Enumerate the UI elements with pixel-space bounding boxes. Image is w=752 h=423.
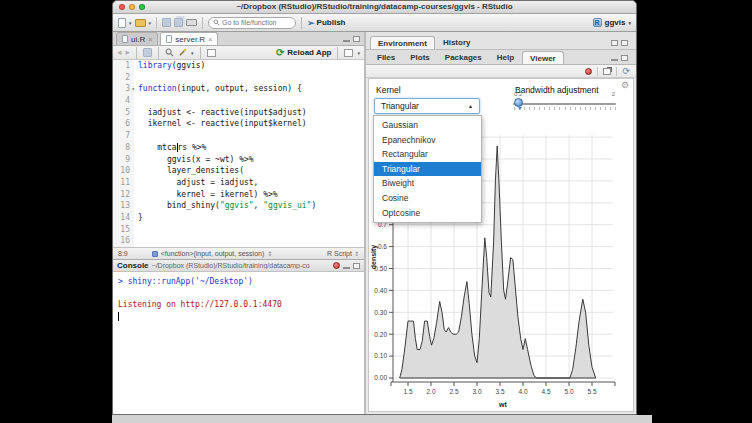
maximize-pane-icon[interactable]: [353, 263, 360, 269]
slider-handle[interactable]: [514, 98, 523, 107]
maximize-pane-icon[interactable]: [621, 55, 628, 61]
open-in-new-window-icon[interactable]: [603, 68, 611, 75]
environment-pane: EnvironmentHistory: [366, 32, 636, 50]
code-line: 11 adjust = iadjust,: [113, 177, 364, 189]
zoom-window-icon[interactable]: [139, 4, 145, 10]
refresh-icon[interactable]: ⟳: [622, 67, 630, 76]
close-tab-icon[interactable]: ×: [208, 36, 212, 43]
goto-file-input[interactable]: [222, 19, 288, 26]
kernel-option-optcosine[interactable]: Optcosine: [374, 206, 481, 221]
maximize-pane-icon[interactable]: [353, 36, 360, 42]
save-icon[interactable]: [143, 48, 152, 57]
code-line: 8 mtcars %>%: [113, 142, 364, 154]
line-number: 15: [113, 224, 134, 236]
print-icon[interactable]: [186, 19, 197, 26]
code-text: adjust = iadjust,: [134, 177, 258, 189]
minimize-pane-icon[interactable]: [611, 59, 618, 61]
kernel-select[interactable]: Triangular ▲: [374, 98, 480, 114]
slider-tick: [549, 107, 550, 110]
reload-app-button[interactable]: ⟳ Reload App: [276, 48, 332, 57]
minimize-pane-icon[interactable]: [343, 40, 350, 42]
tab-packages[interactable]: Packages: [438, 51, 489, 64]
editor-tab-ui.R[interactable]: ui.R×: [116, 32, 158, 45]
save-icon[interactable]: [162, 18, 171, 27]
kernel-option-cosine[interactable]: Cosine: [374, 191, 481, 206]
code-text: bind_shiny("ggvis", "ggvis_ui"): [134, 200, 316, 212]
kernel-option-biweight[interactable]: Biweight: [374, 176, 481, 191]
slider-tick: [595, 107, 596, 110]
stop-icon[interactable]: [333, 262, 340, 269]
slider-tick: [580, 107, 581, 110]
code-editor[interactable]: 1library(ggvis)23▾function(input, output…: [113, 60, 364, 247]
project-menu-button[interactable]: R ggvis ▾: [593, 18, 631, 27]
tab-environment[interactable]: Environment: [370, 36, 435, 49]
close-tab-icon[interactable]: ×: [148, 36, 152, 43]
bandwidth-slider[interactable]: 0.2 2: [513, 91, 616, 115]
svg-text:0.30: 0.30: [374, 309, 387, 316]
tab-viewer[interactable]: Viewer: [522, 51, 564, 64]
editor-tab-server.R[interactable]: server.R×: [160, 32, 218, 45]
minimize-window-icon[interactable]: [129, 4, 135, 10]
goto-file-box[interactable]: [208, 17, 296, 29]
kernel-option-rectangular[interactable]: Rectangular: [374, 147, 481, 162]
stop-app-icon[interactable]: [585, 68, 592, 75]
back-icon[interactable]: ◂: [117, 48, 122, 57]
console-output[interactable]: > shiny::runApp('~/Desktop')Listening on…: [113, 272, 364, 326]
slider-track[interactable]: [513, 103, 616, 105]
open-folder-icon[interactable]: [135, 19, 146, 27]
new-file-dropdown-icon[interactable]: ▾: [129, 20, 132, 26]
pane-buttons: [611, 55, 632, 64]
kernel-option-triangular[interactable]: Triangular: [374, 162, 481, 177]
line-number: 3▾: [113, 83, 134, 95]
slider-tick: [585, 107, 586, 110]
search-icon: [213, 19, 220, 26]
tab-history[interactable]: History: [436, 36, 478, 49]
reload-app-label: Reload App: [287, 48, 331, 57]
project-dropdown-icon: ▾: [628, 20, 631, 26]
tab-help[interactable]: Help: [490, 51, 521, 64]
scope-selector[interactable]: <function>(input, output, session) ⇕: [152, 250, 273, 257]
editor-tab-bar: ui.R×server.R×: [113, 32, 364, 46]
open-dropdown-icon[interactable]: ▾: [149, 20, 152, 26]
file-type-selector[interactable]: R Script ⇕: [327, 250, 359, 257]
save-all-icon[interactable]: [174, 18, 183, 27]
scope-updown-icon: ⇕: [267, 250, 272, 257]
slider-tick: [600, 107, 601, 110]
svg-text:2.5: 2.5: [449, 388, 458, 395]
line-number: 4: [113, 95, 134, 107]
svg-text:0.20: 0.20: [374, 331, 387, 338]
select-arrow-icon: ▲: [468, 103, 473, 109]
fold-arrow-icon[interactable]: ▾: [131, 83, 135, 95]
source-options-icon[interactable]: [344, 49, 353, 57]
gear-icon[interactable]: ⚙: [621, 80, 629, 90]
toolbar-separator: [202, 17, 203, 29]
kernel-option-gaussian[interactable]: Gaussian: [374, 118, 481, 133]
cursor-position: 8:9: [118, 250, 128, 257]
pane-buttons: [343, 36, 364, 45]
tab-files[interactable]: Files: [370, 51, 402, 64]
svg-text:3.0: 3.0: [472, 388, 481, 395]
slider-tick: [590, 107, 591, 110]
new-file-icon[interactable]: [118, 18, 126, 28]
code-tools-wand-icon[interactable]: [178, 48, 187, 57]
compile-notebook-icon[interactable]: [207, 49, 216, 57]
code-text: kernel = ikernel) %>%: [134, 189, 278, 201]
console-title-bar: Console ~/Dropbox (RStudio)/RStudio/trai…: [113, 259, 364, 272]
code-line: 13 bind_shiny("ggvis", "ggvis_ui"): [113, 200, 364, 212]
title-bar: ~/Dropbox (RStudio)/RStudio/training/dat…: [113, 1, 636, 14]
find-replace-icon[interactable]: [165, 48, 174, 57]
close-window-icon[interactable]: [119, 4, 125, 10]
forward-icon[interactable]: ▸: [126, 48, 131, 57]
code-line: 1library(ggvis): [113, 60, 364, 72]
code-text: [134, 224, 138, 236]
publish-button[interactable]: ➢ Publish: [307, 18, 345, 27]
maximize-pane-icon[interactable]: [621, 40, 628, 46]
code-tools-dropdown-icon[interactable]: ▾: [191, 50, 194, 56]
kernel-option-epanechnikov[interactable]: Epanechnikov: [374, 133, 481, 148]
restore-pane-icon[interactable]: [611, 40, 618, 46]
tab-plots[interactable]: Plots: [403, 51, 437, 64]
console-text: > shiny::runApp('~/Desktop'): [118, 277, 253, 286]
toolbar-separator: [301, 17, 302, 29]
source-options-dropdown-icon[interactable]: ▾: [357, 50, 360, 56]
minimize-pane-icon[interactable]: [343, 267, 350, 269]
